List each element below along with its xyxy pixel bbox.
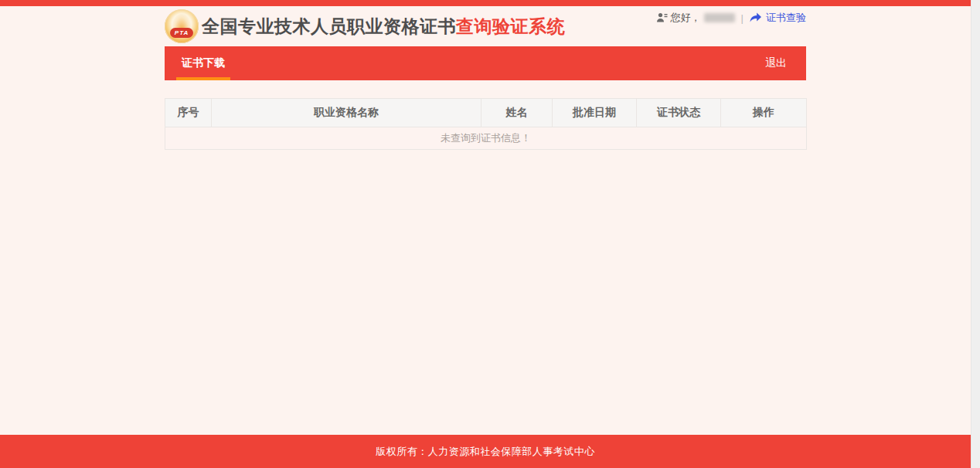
col-header-name: 姓名 [481, 99, 553, 127]
page-title: 全国专业技术人员职业资格证书查询验证系统 [202, 15, 565, 39]
page-title-accent: 查询验证系统 [456, 16, 565, 36]
certificate-table-wrap: 序号 职业资格名称 姓名 批准日期 证书状态 操作 未查询到证书信息！ [165, 98, 806, 150]
nav-bar: 证书下载 退出 [165, 46, 806, 80]
footer: 版权所有：人力资源和社会保障部人事考试中心 [0, 435, 971, 468]
logout-button[interactable]: 退出 [765, 56, 787, 70]
user-name-redacted [704, 13, 735, 22]
top-accent-bar [0, 0, 971, 6]
greeting-text: 您好， [671, 11, 701, 25]
certificate-verify-link[interactable]: 证书查验 [750, 11, 806, 25]
content-column: PTA 全国专业技术人员职业资格证书查询验证系统 您好， | 证书查验 [165, 6, 806, 150]
logo-banner: PTA [170, 28, 193, 38]
tab-certificate-download[interactable]: 证书下载 [176, 46, 230, 80]
col-header-certificate-status: 证书状态 [637, 99, 721, 127]
user-icon [656, 12, 668, 23]
page: PTA 全国专业技术人员职业资格证书查询验证系统 您好， | 证书查验 [0, 0, 980, 468]
empty-state-row: 未查询到证书信息！ [165, 127, 807, 150]
certificate-table: 序号 职业资格名称 姓名 批准日期 证书状态 操作 未查询到证书信息！ [165, 98, 807, 150]
tab-certificate-download-label: 证书下载 [182, 56, 225, 70]
separator: | [741, 12, 744, 24]
header: PTA 全国专业技术人员职业资格证书查询验证系统 您好， | 证书查验 [165, 6, 806, 46]
copyright-text: 版权所有：人力资源和社会保障部人事考试中心 [376, 445, 595, 459]
certificate-verify-label: 证书查验 [766, 11, 806, 25]
table-header-row: 序号 职业资格名称 姓名 批准日期 证书状态 操作 [165, 99, 807, 127]
empty-state-message: 未查询到证书信息！ [165, 127, 807, 150]
scrollbar[interactable] [971, 0, 980, 468]
col-header-approval-date: 批准日期 [553, 99, 637, 127]
page-title-main: 全国专业技术人员职业资格证书 [202, 16, 456, 36]
pta-logo-icon: PTA [165, 9, 199, 43]
user-area: 您好， | 证书查验 [656, 11, 806, 25]
share-arrow-icon [750, 12, 762, 23]
col-header-operation: 操作 [721, 99, 807, 127]
col-header-serial: 序号 [165, 99, 212, 127]
col-header-qualification-name: 职业资格名称 [212, 99, 481, 127]
active-tab-underline [176, 77, 230, 80]
